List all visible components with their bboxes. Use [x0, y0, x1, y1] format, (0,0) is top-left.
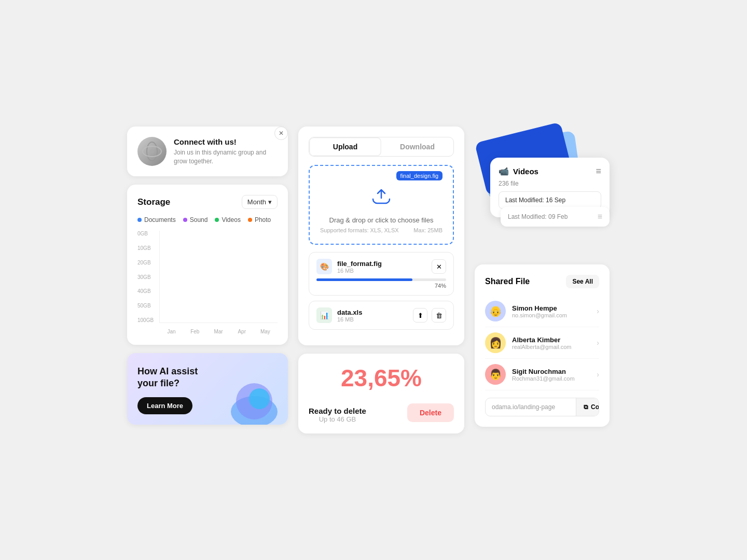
file-size-2: 16 MB — [337, 316, 413, 323]
upload-icon — [320, 181, 442, 211]
drop-label: Drag & drop or click to choose files — [320, 216, 442, 224]
tab-download[interactable]: Download — [381, 137, 453, 156]
storage-title: Storage — [137, 197, 170, 207]
legend-videos: Videos — [215, 216, 240, 223]
ai-card: How AI assist your file? Learn More — [127, 353, 288, 425]
user-info-2: Alberta Kimber realAlberta@gmail.com — [512, 336, 590, 350]
legend-sound: Sound — [183, 216, 208, 223]
last-modified-button-1[interactable]: Last Modified: 16 Sep — [499, 191, 601, 209]
connect-text: Connect with us! Join us in this dynamic… — [174, 137, 278, 166]
delete-sublabel: Up to 46 GB — [309, 415, 366, 423]
file-item-2: 📊 data.xls 16 MB ⬆ 🗑 — [309, 301, 454, 330]
close-file-1-button[interactable]: ✕ — [432, 259, 446, 274]
percent-value: 23,65% — [341, 365, 422, 391]
chevron-icon-3: › — [597, 370, 599, 379]
drop-zone[interactable]: final_design.fig Drag & drop or click to… — [309, 165, 454, 245]
copy-button[interactable]: ⧉ Copy — [576, 398, 599, 416]
progress-text-1: 74% — [316, 283, 446, 289]
user-email-1: no.simon@gmail.com — [512, 312, 590, 318]
svg-point-2 — [150, 149, 154, 153]
progress-bar-1: 74% — [316, 278, 446, 289]
ai-shape-decoration — [226, 373, 283, 425]
connect-card: Connect with us! Join us in this dynamic… — [127, 127, 288, 176]
file-item-1: 🎨 file_format.fig 16 MB ✕ 74% — [309, 252, 454, 296]
formats-label: Supported formats: XLS, XLSX — [320, 227, 399, 233]
shared-file-card: Shared File See All 👴 Simon Hempe no.sim… — [475, 264, 610, 427]
copy-icon: ⧉ — [584, 403, 588, 411]
avatar-3: 👨 — [485, 364, 506, 385]
copy-url-input[interactable] — [486, 398, 576, 416]
drop-tag: final_design.fig — [396, 171, 442, 180]
ai-title: How AI assist your file? — [137, 366, 220, 390]
storage-chart: 100GB 50GB 40GB 30GB 20GB 10GB 0GB — [137, 231, 278, 334]
user-email-2: realAlberta@gmail.com — [512, 344, 590, 350]
last-modified-label-2: Last Modified: 09 Feb — [508, 213, 568, 220]
file-info-1: file_format.fig 16 MB — [337, 260, 432, 274]
user-name-1: Simon Hempe — [512, 304, 590, 312]
folder-stack: 📹 Videos ≡ 236 file Last Modified: 16 Se… — [475, 127, 620, 246]
folder-card-2: Last Modified: 09 Feb ≡ — [501, 207, 610, 227]
upload-card: Upload Download final_design.fig Drag & … — [298, 127, 464, 345]
delete-footer: Ready to delete Up to 46 GB Delete — [309, 402, 454, 423]
file-name-1: file_format.fig — [337, 260, 432, 268]
shared-title: Shared File — [485, 277, 530, 286]
delete-file-2-button[interactable]: 🗑 — [432, 308, 446, 323]
chevron-down-icon: ▾ — [268, 198, 272, 206]
delete-button[interactable]: Delete — [407, 403, 454, 422]
chevron-icon-2: › — [597, 339, 599, 347]
connect-title: Connect with us! — [174, 137, 278, 146]
learn-more-button[interactable]: Learn More — [137, 397, 192, 414]
delete-card: 23,65% Ready to delete Up to 46 GB Delet… — [298, 354, 464, 433]
percent-display: 23,65% — [309, 364, 454, 392]
user-name-3: Sigit Nurochman — [512, 368, 590, 375]
file-icon-2: 📊 — [316, 307, 332, 323]
menu-dots-2[interactable]: ≡ — [598, 212, 602, 221]
user-row-3[interactable]: 👨 Sigit Nurochman Rochman31@gmail.com › — [485, 359, 599, 390]
user-row-2[interactable]: 👩 Alberta Kimber realAlberta@gmail.com › — [485, 327, 599, 359]
delete-label: Ready to delete — [309, 407, 366, 415]
menu-icon[interactable]: ≡ — [596, 166, 601, 177]
chevron-icon-1: › — [597, 307, 599, 315]
close-button[interactable]: ✕ — [274, 127, 288, 140]
connect-description: Join us in this dynamic group and grow t… — [174, 148, 278, 166]
connect-logo — [137, 137, 167, 166]
max-size-label: Max: 25MB — [413, 227, 442, 233]
video-camera-icon: 📹 — [499, 166, 509, 176]
legend-photo: Photo — [248, 216, 271, 223]
video-folder-title: Videos — [513, 167, 538, 176]
tab-bar: Upload Download — [309, 137, 454, 157]
file-name-2: data.xls — [337, 309, 413, 316]
video-file-count: 236 file — [499, 180, 601, 187]
download-file-2-button[interactable]: ⬆ — [413, 308, 427, 323]
see-all-button[interactable]: See All — [566, 275, 599, 288]
svg-point-5 — [249, 388, 270, 409]
tab-upload[interactable]: Upload — [309, 137, 381, 156]
user-email-3: Rochman31@gmail.com — [512, 375, 590, 382]
user-info-3: Sigit Nurochman Rochman31@gmail.com — [512, 368, 590, 382]
user-info-1: Simon Hempe no.simon@gmail.com — [512, 304, 590, 318]
user-name-2: Alberta Kimber — [512, 336, 590, 344]
storage-card: Storage Month ▾ Documents Sound Videos — [127, 185, 288, 345]
legend: Documents Sound Videos Photo — [137, 216, 278, 223]
legend-documents: Documents — [137, 216, 176, 223]
avatar-2: 👩 — [485, 332, 506, 353]
user-row-1[interactable]: 👴 Simon Hempe no.simon@gmail.com › — [485, 296, 599, 327]
file-info-2: data.xls 16 MB — [337, 309, 413, 323]
file-icon-1: 🎨 — [316, 259, 332, 274]
file-size-1: 16 MB — [337, 268, 432, 274]
avatar-1: 👴 — [485, 301, 506, 321]
month-select[interactable]: Month ▾ — [242, 195, 278, 209]
copy-row: ⧉ Copy — [485, 398, 599, 416]
